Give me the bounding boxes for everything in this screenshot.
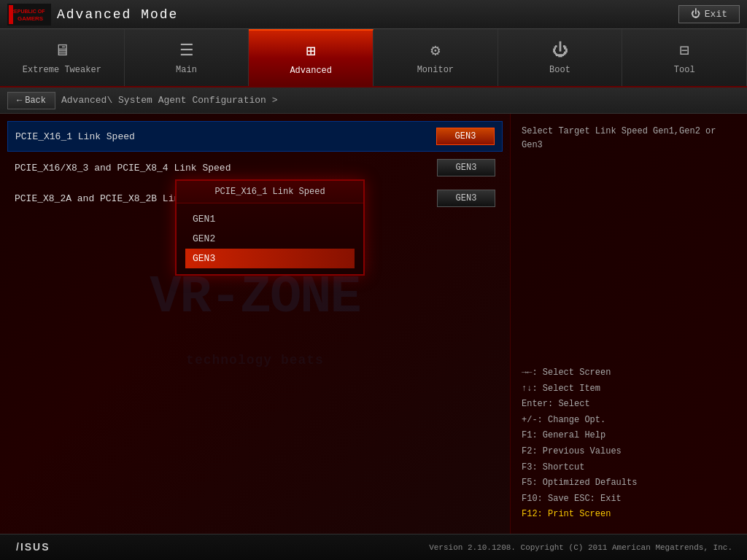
back-arrow-icon: ← (17, 96, 22, 106)
tab-extreme-tweaker-label: Extreme Tweaker (23, 65, 101, 75)
tab-tool-label: Tool (674, 65, 695, 75)
tab-boot-label: Boot (549, 65, 570, 75)
dropdown-popup: PCIE_X16_1 Link Speed GEN1 GEN2 GEN3 (175, 179, 365, 276)
tab-monitor[interactable]: ⚙ Monitor (374, 29, 498, 86)
tab-advanced-label: Advanced (290, 66, 332, 76)
tab-main[interactable]: ☰ Main (125, 29, 249, 86)
tab-boot[interactable]: ⏻ Boot (498, 29, 623, 86)
shortcut-f3: F3: Shortcut (522, 460, 736, 476)
footer-brand: /ISUS (15, 534, 73, 560)
boot-icon: ⏻ (552, 41, 568, 61)
dropdown-title: PCIE_X16_1 Link Speed (177, 181, 363, 203)
tab-main-label: Main (176, 65, 197, 75)
back-button[interactable]: ← Back (7, 92, 55, 109)
setting-value-pcie-x8-2a[interactable]: GEN3 (437, 190, 495, 207)
svg-text:GAMERS: GAMERS (18, 15, 44, 22)
shortcut-list: →←: Select Screen ↑↓: Select Item Enter:… (522, 365, 736, 523)
tab-monitor-label: Monitor (417, 65, 454, 75)
breadcrumb: ← Back Advanced\ System Agent Configurat… (0, 88, 747, 114)
exit-button[interactable]: ⏻ Exit (678, 5, 740, 23)
dropdown-item-gen3[interactable]: GEN3 (185, 249, 355, 268)
dropdown-items: GEN1 GEN2 GEN3 (177, 203, 363, 274)
header: REPUBLIC OF GAMERS Advanced Mode ⏻ Exit (0, 0, 747, 29)
setting-label-pcie-x16-x8-3: PCIE_X16/X8_3 and PCIE_X8_4 Link Speed (15, 163, 231, 174)
shortcut-select-item: ↑↓: Select Item (522, 381, 736, 397)
monitor-icon: ⚙ (430, 41, 440, 61)
footer: /ISUS Version 2.10.1208. Copyright (C) 2… (0, 534, 747, 560)
nav-tabs: 🖥 Extreme Tweaker ☰ Main ⊞ Advanced ⚙ Mo… (0, 29, 747, 88)
rog-logo: REPUBLIC OF GAMERS (7, 4, 51, 26)
extreme-tweaker-icon: 🖥 (54, 41, 70, 61)
shortcut-f10: F10: Save ESC: Exit (522, 491, 736, 508)
tool-icon: ⊟ (680, 41, 689, 61)
svg-text:REPUBLIC OF: REPUBLIC OF (10, 9, 45, 14)
main-icon: ☰ (179, 41, 194, 61)
setting-row-pcie-x16-1[interactable]: PCIE_X16_1 Link Speed GEN3 (7, 121, 503, 152)
shortcut-select-screen: →←: Select Screen (522, 365, 736, 381)
main-content: VR-ZONEtechnology beats PCIE_X16_1 Link … (0, 114, 747, 534)
left-panel: VR-ZONEtechnology beats PCIE_X16_1 Link … (0, 114, 511, 534)
setting-label-pcie-x16-1: PCIE_X16_1 Link Speed (15, 131, 135, 142)
dropdown-item-gen2[interactable]: GEN2 (185, 229, 355, 249)
shortcut-f1: F1: General Help (522, 428, 736, 444)
breadcrumb-path: Advanced\ System Agent Configuration > (61, 95, 277, 106)
svg-text:/ISUS: /ISUS (16, 541, 50, 553)
help-text: Select Target Link Speed Gen1,Gen2 or Ge… (522, 125, 736, 152)
advanced-icon: ⊞ (306, 42, 316, 61)
setting-value-pcie-x16-1[interactable]: GEN3 (436, 128, 495, 145)
tab-advanced[interactable]: ⊞ Advanced (249, 29, 374, 86)
footer-version: Version 2.10.1208. Copyright (C) 2011 Am… (429, 543, 732, 552)
logo-area: REPUBLIC OF GAMERS Advanced Mode (7, 4, 178, 26)
shortcut-f12: F12: Print Screen (522, 507, 736, 523)
shortcut-f5: F5: Optimized Defaults (522, 475, 736, 491)
tab-tool[interactable]: ⊟ Tool (622, 29, 747, 86)
shortcut-enter: Enter: Select (522, 397, 736, 413)
back-label: Back (25, 96, 46, 106)
exit-label: Exit (705, 9, 727, 20)
tab-extreme-tweaker[interactable]: 🖥 Extreme Tweaker (0, 29, 125, 86)
shortcut-f2: F2: Previous Values (522, 444, 736, 460)
shortcut-change-opt: +/-: Change Opt. (522, 413, 736, 429)
dropdown-item-gen1[interactable]: GEN1 (185, 209, 355, 229)
setting-row-pcie-x16-x8-3[interactable]: PCIE_X16/X8_3 and PCIE_X8_4 Link Speed G… (7, 153, 503, 182)
header-title: Advanced Mode (57, 7, 178, 22)
power-icon: ⏻ (691, 9, 700, 20)
right-panel: Select Target Link Speed Gen1,Gen2 or Ge… (511, 114, 747, 534)
setting-value-pcie-x16-x8-3[interactable]: GEN3 (437, 159, 495, 176)
svg-rect-0 (7, 4, 51, 26)
watermark-vr-zone: VR-ZONEtechnology beats (150, 271, 360, 376)
